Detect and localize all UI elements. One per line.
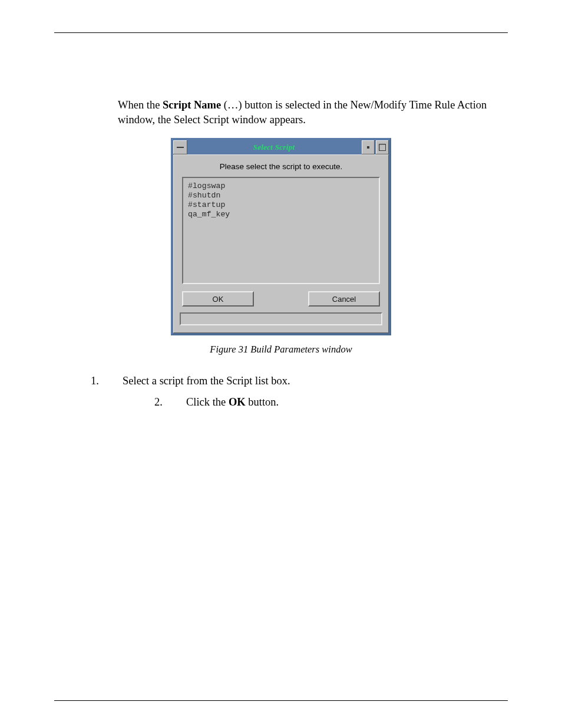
step-2-post: button. bbox=[246, 396, 279, 408]
step-1-number: 1. bbox=[91, 373, 123, 390]
figure-container: Select Script Please select the script t… bbox=[54, 138, 508, 335]
header-rule bbox=[54, 32, 508, 33]
minimize-icon[interactable] bbox=[362, 140, 375, 154]
step-2-number: 2. bbox=[154, 394, 186, 411]
select-script-window: Select Script Please select the script t… bbox=[171, 138, 391, 335]
cancel-button[interactable]: Cancel bbox=[308, 291, 380, 307]
titlebar-buttons bbox=[361, 140, 389, 154]
status-bar bbox=[180, 312, 382, 325]
window-body: Please select the script to execute. #lo… bbox=[173, 154, 389, 333]
footer-rule bbox=[54, 700, 508, 701]
list-item[interactable]: qa_mf_key bbox=[188, 210, 374, 219]
step-2-bold-ok: OK bbox=[229, 396, 246, 408]
step-2-pre: Click the bbox=[186, 396, 229, 408]
step-2: 2. Click the OK button. bbox=[154, 394, 508, 411]
prompt-label: Please select the script to execute. bbox=[174, 155, 388, 176]
list-item[interactable]: #logswap bbox=[188, 182, 374, 191]
intro-prefix: When the bbox=[118, 99, 163, 111]
ok-button[interactable]: OK bbox=[182, 291, 254, 307]
window-title: Select Script bbox=[187, 140, 361, 154]
intro-bold-script-name: Script Name bbox=[163, 99, 221, 111]
list-item[interactable]: #startup bbox=[188, 200, 374, 210]
document-page: When the Script Name (…) button is selec… bbox=[0, 0, 562, 728]
maximize-icon[interactable] bbox=[376, 140, 389, 154]
figure-caption: Figure 31 Build Parameters window bbox=[54, 344, 508, 355]
step-1-text: Select a script from the Script list box… bbox=[123, 373, 290, 390]
intro-paragraph: When the Script Name (…) button is selec… bbox=[118, 98, 508, 127]
button-row: OK Cancel bbox=[174, 288, 388, 311]
step-1: 1. Select a script from the Script list … bbox=[91, 373, 508, 390]
titlebar[interactable]: Select Script bbox=[173, 140, 389, 154]
script-listbox[interactable]: #logswap #shutdn #startup qa_mf_key bbox=[182, 177, 380, 284]
system-menu-icon[interactable] bbox=[173, 140, 187, 154]
steps-list: 1. Select a script from the Script list … bbox=[54, 373, 508, 411]
list-item[interactable]: #shutdn bbox=[188, 191, 374, 200]
step-2-text: Click the OK button. bbox=[186, 394, 279, 411]
